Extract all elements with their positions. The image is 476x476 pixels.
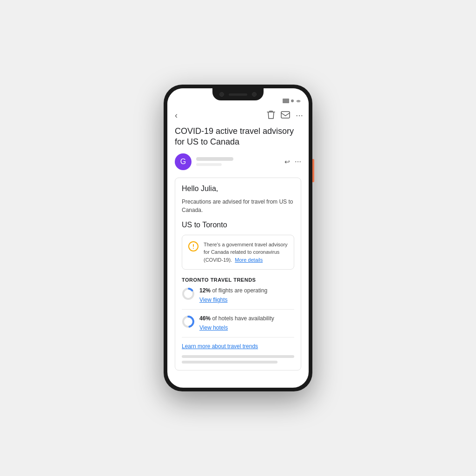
delete-button[interactable] [267, 110, 275, 121]
sender-info [196, 157, 284, 166]
signal-dot [291, 99, 294, 102]
svg-rect-0 [281, 112, 290, 118]
toolbar-icons: ⋯ [267, 110, 303, 121]
camera [219, 92, 224, 97]
destination-heading: US to Toronto [182, 221, 294, 229]
email-subject: COVID-19 active travel advisory for US t… [175, 126, 301, 148]
hotels-stat: 46% of hotels have availability [199, 315, 294, 322]
email-toolbar: ‹ ⋯ [167, 105, 309, 126]
sender-more-button[interactable]: ⋯ [295, 158, 301, 165]
email-content: COVID-19 active travel advisory for US t… [167, 126, 309, 388]
status-bar [167, 88, 309, 105]
hotels-trend-item: 46% of hotels have availability View hot… [182, 315, 294, 337]
sender-email-placeholder [196, 163, 222, 166]
email-body-card: Hello Julia, Precautions are advised for… [175, 178, 301, 371]
phone-frame: ‹ ⋯ COVID-19 active travel ad [164, 85, 312, 391]
flights-stat: 12% of flights are operating [199, 287, 294, 294]
signal-icon [283, 99, 289, 103]
body-text: Precautions are advised for travel from … [182, 198, 294, 214]
bottom-placeholder-lines [182, 355, 294, 364]
advisory-card: There's a government travel advisory for… [182, 235, 294, 270]
learn-more-link[interactable]: Learn more about travel trends [182, 343, 294, 350]
reply-button[interactable]: ↩ [284, 158, 290, 165]
sender-row: G ↩ ⋯ [175, 153, 301, 170]
advisory-text: There's a government travel advisory for… [204, 241, 288, 264]
flights-trend-info: 12% of flights are operating View flight… [199, 287, 294, 304]
back-button[interactable]: ‹ [173, 109, 179, 122]
avatar: G [175, 153, 192, 170]
view-hotels-link[interactable]: View hotels [199, 324, 228, 331]
sender-name-placeholder [196, 157, 233, 161]
more-button[interactable]: ⋯ [296, 111, 303, 120]
mail-button[interactable] [281, 111, 290, 120]
svg-point-2 [193, 248, 194, 249]
speaker [229, 93, 247, 96]
flights-trend-item: 12% of flights are operating View flight… [182, 287, 294, 310]
sender-actions: ↩ ⋯ [284, 158, 301, 165]
trends-title: TORONTO TRAVEL TRENDS [182, 277, 294, 283]
hotels-trend-info: 46% of hotels have availability View hot… [199, 315, 294, 331]
greeting-text: Hello Julia, [182, 185, 294, 193]
bottom-line-1 [182, 355, 294, 358]
phone-screen: ‹ ⋯ COVID-19 active travel ad [167, 88, 309, 388]
notch [212, 88, 264, 100]
wifi-icon [296, 99, 301, 103]
more-details-link[interactable]: More details [235, 257, 263, 263]
hotels-donut-chart [182, 315, 195, 328]
view-flights-link[interactable]: View flights [199, 297, 227, 303]
status-icons [283, 99, 301, 103]
trends-section: TORONTO TRAVEL TRENDS 12% of flights are… [182, 277, 294, 364]
sensor [252, 92, 257, 97]
flights-donut-chart [182, 287, 195, 300]
bottom-line-2 [182, 361, 278, 364]
advisory-icon [188, 241, 199, 252]
